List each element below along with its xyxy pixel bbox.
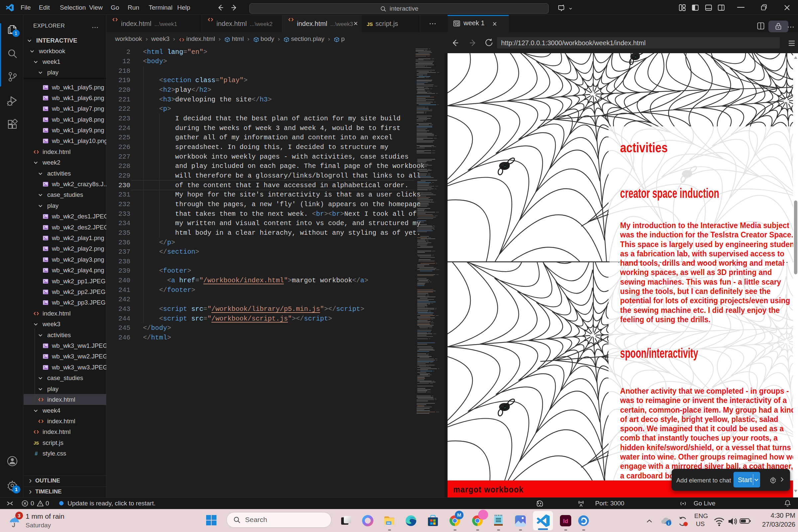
svg-text:JS: JS xyxy=(34,440,39,445)
svg-text:Id: Id xyxy=(563,518,568,524)
svg-text:#: # xyxy=(35,451,38,457)
